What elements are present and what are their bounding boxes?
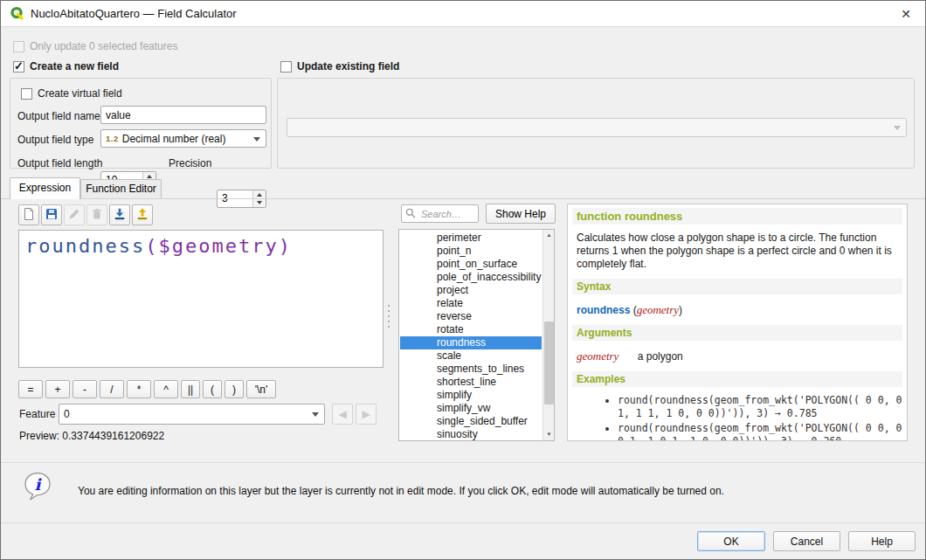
delete-expression-button[interactable] xyxy=(86,204,107,225)
function-list-box: perimeterpoint_npoint_on_surfacepole_of_… xyxy=(398,229,555,441)
help-button[interactable]: Help xyxy=(848,531,916,551)
examples-list: round(roundness(geom_from_wkt('POLYGON((… xyxy=(572,394,902,441)
create-new-field-label: Create a new field xyxy=(30,60,119,73)
operator-button[interactable]: ^ xyxy=(154,380,178,398)
next-feature-button[interactable]: ▶ xyxy=(356,404,377,425)
update-existing-field-label: Update existing field xyxy=(297,60,399,73)
edit-mode-message: You are editing information on this laye… xyxy=(78,485,881,497)
close-icon[interactable]: ✕ xyxy=(895,3,916,24)
scrollbar-thumb[interactable] xyxy=(544,321,554,404)
save-expression-button[interactable] xyxy=(41,204,62,225)
operator-button[interactable]: - xyxy=(73,380,97,398)
function-list-item-segments_to_lines[interactable]: segments_to_lines xyxy=(400,363,542,376)
precision-label: Precision xyxy=(169,157,211,169)
preview-value: 0.3374439161206922 xyxy=(62,430,164,442)
argument-name: geometry xyxy=(577,349,618,363)
import-expression-button[interactable] xyxy=(109,204,130,225)
function-list-item-reverse[interactable]: reverse xyxy=(400,310,542,323)
qgis-logo-icon xyxy=(10,6,24,24)
new-expression-button[interactable] xyxy=(18,204,39,225)
chevron-down-icon xyxy=(894,126,901,130)
expression-editor[interactable]: roundness($geometry) xyxy=(18,230,384,368)
output-field-name-label: Output field name xyxy=(17,110,100,122)
scrollbar[interactable]: ▲ ▼ xyxy=(542,230,554,440)
function-list-item-sinuosity[interactable]: sinuosity xyxy=(400,428,542,441)
export-up-arrow-icon xyxy=(135,207,149,224)
operator-button[interactable]: ( xyxy=(203,380,222,398)
import-down-arrow-icon xyxy=(113,207,127,224)
function-list-item-roundness[interactable]: roundness xyxy=(400,336,542,349)
cancel-button[interactable]: Cancel xyxy=(773,531,840,551)
window-title: NucloAbitatoQuartero — Field Calculator xyxy=(31,1,237,26)
check-icon: ✓ xyxy=(14,59,24,73)
argument-description: a polygon xyxy=(638,350,683,363)
existing-field-select[interactable] xyxy=(287,118,907,137)
function-list-item-relate[interactable]: relate xyxy=(400,297,542,310)
scrollbar-up-icon[interactable]: ▲ xyxy=(543,230,555,241)
create-virtual-field-label: Create virtual field xyxy=(38,87,122,100)
syntax-argument: geometry xyxy=(637,303,679,316)
output-field-type-value: Decimal number (real) xyxy=(122,133,226,145)
expression-args-token: ($geometry) xyxy=(145,235,292,257)
chevron-down-icon xyxy=(253,137,260,142)
previous-feature-button[interactable]: ◀ xyxy=(332,404,353,425)
syntax-close-paren: ) xyxy=(679,304,682,316)
scrollbar-down-icon[interactable]: ▼ xyxy=(543,429,555,440)
function-list-item-perimeter[interactable]: perimeter xyxy=(400,232,542,245)
expression-code: roundness($geometry) xyxy=(25,235,377,257)
stepper-down-icon[interactable] xyxy=(253,199,266,208)
export-expression-button[interactable] xyxy=(132,204,153,225)
output-field-name-input[interactable] xyxy=(100,106,266,124)
tab-expression[interactable]: Expression xyxy=(10,177,80,199)
function-list-item-point_n[interactable]: point_n xyxy=(400,245,542,258)
operator-button[interactable]: = xyxy=(18,380,43,398)
chevron-down-icon xyxy=(312,412,319,417)
function-list-item-single_sided_buffer[interactable]: single_sided_buffer xyxy=(400,415,542,428)
operator-button[interactable]: / xyxy=(100,380,124,398)
function-search xyxy=(401,204,479,223)
new-file-icon xyxy=(22,207,36,224)
ok-button[interactable]: OK xyxy=(697,531,765,551)
operator-button[interactable]: || xyxy=(181,380,200,398)
function-list-item-scale[interactable]: scale xyxy=(400,349,542,363)
operator-button[interactable]: + xyxy=(45,380,70,398)
function-list-item-rotate[interactable]: rotate xyxy=(400,323,542,336)
operator-button[interactable]: ) xyxy=(225,380,244,398)
search-icon xyxy=(404,207,417,223)
edit-expression-button[interactable] xyxy=(64,204,85,225)
output-field-type-select[interactable]: 1.2 Decimal number (real) xyxy=(100,129,266,148)
operator-button[interactable]: '\n' xyxy=(246,380,276,398)
info-icon: i xyxy=(24,472,52,507)
create-new-field-checkbox-row[interactable]: ✓ Create a new field xyxy=(13,60,119,73)
function-list-item-point_on_surface[interactable]: point_on_surface xyxy=(400,258,542,271)
tab-function-editor[interactable]: Function Editor xyxy=(80,179,162,199)
examples-heading: Examples xyxy=(572,371,902,387)
only-update-checkbox-row[interactable]: Only update 0 selected features xyxy=(13,40,177,52)
help-title: function roundness xyxy=(572,208,902,225)
preview-row: Preview: 0.3374439161206922 xyxy=(19,430,164,442)
only-update-checkbox[interactable] xyxy=(13,41,24,52)
output-field-length-label: Output field length xyxy=(17,157,102,169)
decimal-number-icon: 1.2 xyxy=(106,134,119,143)
example-item: round(roundness(geom_from_wkt('POLYGON((… xyxy=(618,394,902,420)
update-existing-field-checkbox-row[interactable]: Update existing field xyxy=(280,60,399,73)
arguments-heading: Arguments xyxy=(572,325,902,341)
expression-function-token: roundness xyxy=(25,235,145,257)
feature-select[interactable]: 0 xyxy=(59,404,325,425)
function-list-item-shortest_line[interactable]: shortest_line xyxy=(400,376,542,389)
create-virtual-field-row[interactable]: Create virtual field xyxy=(21,87,122,100)
create-virtual-field-checkbox[interactable] xyxy=(21,88,32,100)
function-list-item-pole_of_inaccessibility[interactable]: pole_of_inaccessibility xyxy=(400,271,542,284)
splitter-handle[interactable] xyxy=(388,305,390,328)
create-new-field-checkbox[interactable]: ✓ xyxy=(13,61,24,73)
operator-button-row: =+-/*^||()'\n' xyxy=(18,380,276,398)
feature-value: 0 xyxy=(64,408,70,420)
function-list-item-project[interactable]: project xyxy=(400,284,542,297)
operator-button[interactable]: * xyxy=(127,380,151,398)
function-list-item-simplify_vw[interactable]: simplify_vw xyxy=(400,402,542,415)
trash-icon xyxy=(90,207,104,224)
update-existing-field-checkbox[interactable] xyxy=(280,61,292,73)
function-help-panel: function roundness Calculates how close … xyxy=(567,204,908,441)
function-list-item-simplify[interactable]: simplify xyxy=(400,389,542,402)
show-help-button[interactable]: Show Help xyxy=(486,204,556,224)
